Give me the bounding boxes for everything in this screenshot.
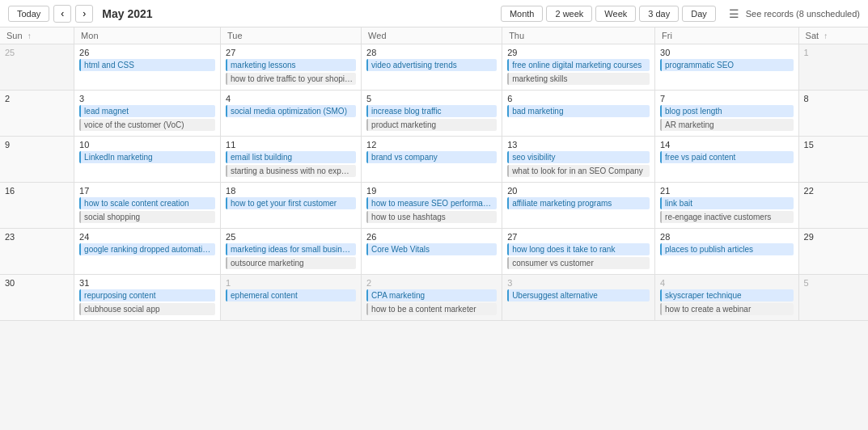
calendar-day-cell[interactable]: 24google ranking dropped automatic... bbox=[74, 229, 221, 275]
calendar-day-cell[interactable]: 18how to get your first customer bbox=[221, 183, 362, 229]
calendar-event[interactable]: marketing skills bbox=[507, 73, 650, 85]
calendar-day-cell[interactable]: 5increase blog trafficproduct marketing bbox=[362, 91, 502, 137]
calendar-day-cell[interactable]: 5 bbox=[798, 275, 868, 321]
calendar-event[interactable]: affiliate marketing programs bbox=[507, 197, 650, 209]
calendar-event[interactable]: Core Web Vitals bbox=[366, 243, 497, 255]
calendar-week-row: 2324google ranking dropped automatic...2… bbox=[0, 229, 868, 275]
calendar-event[interactable]: bad marketing bbox=[507, 105, 650, 117]
calendar-day-cell[interactable]: 8 bbox=[798, 91, 868, 137]
calendar-event[interactable]: starting a business with no experien... bbox=[226, 165, 356, 177]
calendar-day-cell[interactable]: 9 bbox=[0, 137, 74, 183]
calendar-day-cell[interactable]: 6bad marketing bbox=[502, 91, 655, 137]
view-month-button[interactable]: Month bbox=[501, 6, 544, 22]
calendar-day-cell[interactable]: 17how to scale content creationsocial sh… bbox=[74, 183, 221, 229]
calendar-event[interactable]: product marketing bbox=[366, 119, 497, 131]
calendar-day-cell[interactable]: 25marketing ideas for small businessouts… bbox=[221, 229, 362, 275]
calendar-event[interactable]: how to scale content creation bbox=[79, 197, 215, 209]
calendar-event[interactable]: social shopping bbox=[79, 211, 215, 223]
calendar-day-cell[interactable]: 3Ubersuggest alternative bbox=[502, 275, 655, 321]
calendar-event[interactable]: AR marketing bbox=[660, 119, 793, 131]
calendar-day-cell[interactable]: 4social media optimization (SMO) bbox=[221, 91, 362, 137]
calendar-event[interactable]: how long does it take to rank bbox=[507, 243, 650, 255]
calendar-day-cell[interactable]: 4skyscraper techniquehow to create a web… bbox=[655, 275, 798, 321]
calendar-event[interactable]: marketing lessons bbox=[226, 59, 356, 71]
calendar-day-cell[interactable]: 26Core Web Vitals bbox=[362, 229, 502, 275]
calendar-event[interactable]: clubhouse social app bbox=[79, 303, 215, 315]
calendar-day-cell[interactable]: 12brand vs company bbox=[362, 137, 502, 183]
calendar-event[interactable]: outsource marketing bbox=[226, 257, 356, 269]
calendar-day-cell[interactable]: 27marketing lessonshow to drive traffic … bbox=[221, 44, 362, 91]
calendar-event[interactable]: ephemeral content bbox=[226, 289, 356, 301]
calendar-day-cell[interactable]: 20affiliate marketing programs bbox=[502, 183, 655, 229]
calendar-day-cell[interactable]: 14free vs paid content bbox=[655, 137, 798, 183]
calendar-event[interactable]: places to publish articles bbox=[660, 243, 793, 255]
calendar-event[interactable]: programmatic SEO bbox=[660, 59, 793, 71]
calendar-day-cell[interactable]: 23 bbox=[0, 229, 74, 275]
calendar-day-cell[interactable]: 29 bbox=[798, 229, 868, 275]
calendar-event[interactable]: google ranking dropped automatic... bbox=[79, 243, 215, 255]
calendar-day-cell[interactable]: 28video advertising trends bbox=[362, 44, 502, 91]
calendar-day-cell[interactable]: 30 bbox=[0, 275, 74, 321]
calendar-event[interactable]: skyscraper technique bbox=[660, 289, 793, 301]
today-button[interactable]: Today bbox=[8, 6, 49, 22]
calendar-event[interactable]: LinkedIn marketing bbox=[79, 151, 215, 163]
calendar-day-cell[interactable]: 31repurposing contentclubhouse social ap… bbox=[74, 275, 221, 321]
sort-icon-sun[interactable]: ↑ bbox=[28, 32, 32, 40]
calendar-day-cell[interactable]: 1 bbox=[798, 44, 868, 91]
calendar-event[interactable]: social media optimization (SMO) bbox=[226, 105, 356, 117]
calendar-day-cell[interactable]: 30programmatic SEO bbox=[655, 44, 798, 91]
view-week-button[interactable]: Week bbox=[595, 6, 636, 22]
calendar-day-cell[interactable]: 7blog post lengthAR marketing bbox=[655, 91, 798, 137]
calendar-event[interactable]: CPA marketing bbox=[366, 289, 497, 301]
calendar-event[interactable]: what to look for in an SEO Company bbox=[507, 165, 650, 177]
calendar-event[interactable]: email list building bbox=[226, 151, 356, 163]
calendar-day-cell[interactable]: 22 bbox=[798, 183, 868, 229]
calendar-event[interactable]: how to measure SEO performance bbox=[366, 197, 497, 209]
calendar-day-cell[interactable]: 2CPA marketinghow to be a content market… bbox=[362, 275, 502, 321]
calendar-day-cell[interactable]: 11email list buildingstarting a business… bbox=[221, 137, 362, 183]
calendar-event[interactable]: lead magnet bbox=[79, 105, 215, 117]
calendar-event[interactable]: re-engage inactive customers bbox=[660, 211, 793, 223]
calendar-event[interactable]: html and CSS bbox=[79, 59, 215, 71]
calendar-day-cell[interactable]: 13seo visibilitywhat to look for in an S… bbox=[502, 137, 655, 183]
calendar-day-cell[interactable]: 27how long does it take to rankconsumer … bbox=[502, 229, 655, 275]
calendar-event[interactable]: increase blog traffic bbox=[366, 105, 497, 117]
records-label[interactable]: See records (8 unscheduled) bbox=[746, 9, 860, 19]
view-day-button[interactable]: Day bbox=[682, 6, 716, 22]
calendar-event[interactable]: Ubersuggest alternative bbox=[507, 289, 650, 301]
calendar-event[interactable]: how to be a content marketer bbox=[366, 303, 497, 315]
calendar-day-cell[interactable]: 3lead magnetvoice of the customer (VoC) bbox=[74, 91, 221, 137]
calendar-event[interactable]: how to use hashtags bbox=[366, 211, 497, 223]
month-title: May 2021 bbox=[102, 7, 152, 20]
calendar-event[interactable]: link bait bbox=[660, 197, 793, 209]
calendar-day-cell[interactable]: 16 bbox=[0, 183, 74, 229]
sort-icon-sat[interactable]: ↑ bbox=[824, 32, 828, 40]
calendar-event[interactable]: free online digital marketing courses bbox=[507, 59, 650, 71]
next-button[interactable]: › bbox=[75, 5, 93, 23]
calendar-event[interactable]: marketing ideas for small business bbox=[226, 243, 356, 255]
calendar-event[interactable]: seo visibility bbox=[507, 151, 650, 163]
calendar-day-cell[interactable]: 10LinkedIn marketing bbox=[74, 137, 221, 183]
calendar-day-cell[interactable]: 2 bbox=[0, 91, 74, 137]
view-3day-button[interactable]: 3 day bbox=[639, 6, 679, 22]
calendar-event[interactable]: voice of the customer (VoC) bbox=[79, 119, 215, 131]
calendar-day-cell[interactable]: 29free online digital marketing coursesm… bbox=[502, 44, 655, 91]
calendar-day-cell[interactable]: 28places to publish articles bbox=[655, 229, 798, 275]
calendar-event[interactable]: brand vs company bbox=[366, 151, 497, 163]
calendar-event[interactable]: blog post length bbox=[660, 105, 793, 117]
calendar-day-cell[interactable]: 1ephemeral content bbox=[221, 275, 362, 321]
calendar-day-cell[interactable]: 25 bbox=[0, 44, 74, 91]
calendar-day-cell[interactable]: 19how to measure SEO performancehow to u… bbox=[362, 183, 502, 229]
prev-button[interactable]: ‹ bbox=[53, 5, 71, 23]
calendar-event[interactable]: how to get your first customer bbox=[226, 197, 356, 209]
calendar-event[interactable]: consumer vs customer bbox=[507, 257, 650, 269]
calendar-event[interactable]: free vs paid content bbox=[660, 151, 793, 163]
calendar-event[interactable]: how to drive traffic to your shopify ... bbox=[226, 73, 356, 85]
calendar-event[interactable]: video advertising trends bbox=[366, 59, 497, 71]
calendar-day-cell[interactable]: 26html and CSS bbox=[74, 44, 221, 91]
view-2week-button[interactable]: 2 week bbox=[546, 6, 592, 22]
calendar-event[interactable]: how to create a webinar bbox=[660, 303, 793, 315]
calendar-day-cell[interactable]: 15 bbox=[798, 137, 868, 183]
calendar-event[interactable]: repurposing content bbox=[79, 289, 215, 301]
calendar-day-cell[interactable]: 21link baitre-engage inactive customers bbox=[655, 183, 798, 229]
